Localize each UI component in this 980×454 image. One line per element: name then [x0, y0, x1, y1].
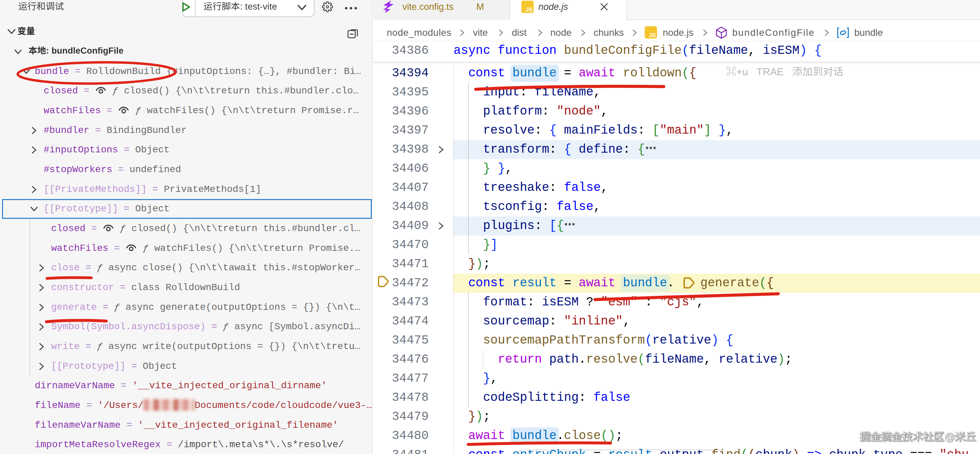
svg-text:JS: JS: [649, 32, 656, 38]
svg-text:JS: JS: [525, 6, 533, 13]
